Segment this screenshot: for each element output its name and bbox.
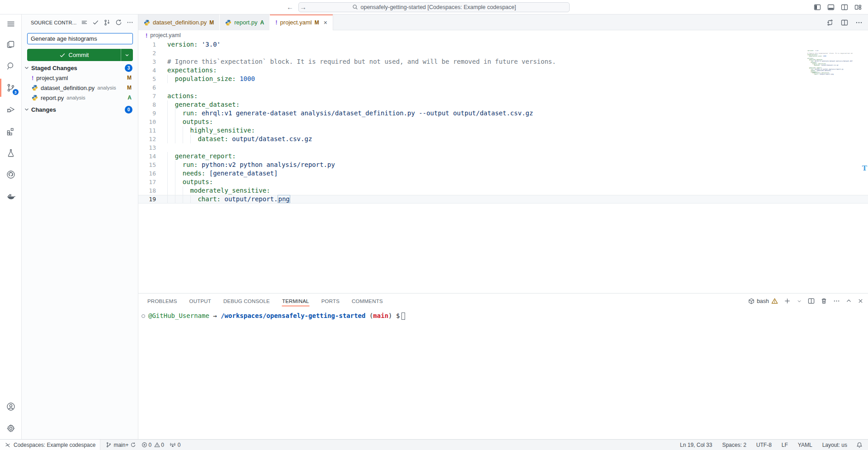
- explorer-icon[interactable]: [0, 33, 22, 55]
- editor-line[interactable]: 11 highly_sensitive:: [138, 126, 868, 135]
- branch-status-item[interactable]: main+: [103, 442, 139, 448]
- problems-status-item[interactable]: 0 0: [139, 442, 166, 448]
- split-editor-icon[interactable]: [841, 19, 848, 26]
- editor-more-actions-icon[interactable]: [855, 19, 863, 26]
- scm-section-label: Changes: [31, 106, 123, 113]
- split-terminal-icon[interactable]: [808, 298, 815, 304]
- editor-line[interactable]: 6: [138, 83, 868, 92]
- menu-icon[interactable]: [0, 14, 22, 33]
- tab-report.py[interactable]: report.pyA: [220, 14, 270, 30]
- view-sort-icon[interactable]: [81, 19, 88, 26]
- search-view-icon[interactable]: [0, 55, 22, 77]
- commit-dropdown-chevron[interactable]: [121, 49, 133, 61]
- more-actions-icon[interactable]: [127, 19, 133, 26]
- panel-tab-comments[interactable]: COMMENTS: [352, 294, 383, 308]
- create-branch-icon[interactable]: [104, 19, 111, 26]
- panel-tab-ports[interactable]: PORTS: [321, 294, 340, 308]
- source-control-view-icon[interactable]: 3: [0, 77, 22, 99]
- panel-more-actions-icon[interactable]: [833, 298, 840, 304]
- status-item[interactable]: YAML: [795, 442, 815, 448]
- code-editor[interactable]: 1version: '3.0'23# Ignore this`expectati…: [138, 40, 868, 293]
- testing-beaker-icon[interactable]: [0, 142, 22, 164]
- minimap[interactable]: version: '3.0' # Ignore this`expectation…: [807, 50, 853, 82]
- scm-section-header[interactable]: Changes0: [22, 104, 138, 114]
- editor-line[interactable]: 13: [138, 143, 868, 152]
- editor-line[interactable]: 1version: '3.0': [138, 40, 868, 49]
- maximize-panel-chevron-icon[interactable]: [846, 298, 852, 304]
- command-center[interactable]: opensafely-getting-started [Codespaces: …: [298, 2, 570, 12]
- accounts-icon[interactable]: [0, 396, 22, 417]
- terminal[interactable]: @GitHub_Username → /workspaces/opensafel…: [138, 308, 868, 439]
- panel-tab-problems[interactable]: PROBLEMS: [147, 294, 177, 308]
- python-file-icon: [32, 85, 38, 91]
- scm-file-row[interactable]: dataset_definition.pyanalysisM: [22, 83, 138, 93]
- status-item[interactable]: Layout: us: [820, 442, 850, 448]
- split-editor-right-icon[interactable]: [841, 4, 848, 11]
- nav-forward-icon[interactable]: →: [300, 3, 307, 11]
- close-tab-icon[interactable]: ×: [324, 19, 327, 26]
- commit-check-icon[interactable]: [92, 19, 99, 26]
- line-number: 4: [138, 66, 164, 75]
- settings-gear-icon[interactable]: [0, 417, 22, 439]
- editor-line[interactable]: 4expectations:: [138, 66, 868, 75]
- status-item[interactable]: UTF-8: [754, 442, 774, 448]
- shell-label[interactable]: bash: [748, 298, 778, 304]
- editor-line[interactable]: 15 run: python:v2 python analysis/report…: [138, 161, 868, 169]
- extensions-icon[interactable]: [0, 120, 22, 142]
- panel-tab-debug-console[interactable]: DEBUG CONSOLE: [223, 294, 270, 308]
- panel-tab-terminal[interactable]: TERMINAL: [282, 294, 309, 308]
- open-changes-icon[interactable]: [826, 19, 834, 26]
- docker-icon[interactable]: [0, 185, 22, 207]
- editor-line[interactable]: 10 outputs:: [138, 118, 868, 126]
- status-item[interactable]: Spaces: 2: [719, 442, 749, 448]
- sidebar-title: SOURCE CONTR...: [31, 20, 81, 25]
- scm-section-header[interactable]: Staged Changes3: [22, 63, 138, 73]
- breadcrumb-file[interactable]: project.yaml: [150, 32, 180, 38]
- toggle-panel-icon[interactable]: [827, 4, 835, 11]
- scm-file-row[interactable]: report.pyanalysisA: [22, 93, 138, 103]
- editor-line[interactable]: 5 population_size: 1000: [138, 75, 868, 83]
- kill-terminal-trash-icon[interactable]: [821, 298, 827, 304]
- refresh-icon[interactable]: [115, 19, 122, 26]
- status-item[interactable]: Ln 19, Col 33: [677, 442, 715, 448]
- branch-icon: [106, 442, 112, 448]
- editor-line[interactable]: 9 run: ehrql:v1 generate-dataset analysi…: [138, 109, 868, 118]
- warning-triangle-icon: [771, 298, 778, 304]
- terminal-dropdown-chevron[interactable]: [797, 298, 802, 304]
- status-item[interactable]: LF: [779, 442, 791, 448]
- customize-layout-icon[interactable]: [854, 4, 862, 11]
- github-icon[interactable]: [0, 164, 22, 185]
- editor-line[interactable]: 7actions:: [138, 92, 868, 100]
- close-panel-icon[interactable]: [858, 298, 863, 304]
- editor-line[interactable]: 18 moderately_sensitive:: [138, 186, 868, 195]
- tab-project.yaml[interactable]: !project.yamlM×: [270, 14, 333, 30]
- run-debug-icon[interactable]: [0, 99, 22, 120]
- line-number: 3: [138, 57, 164, 66]
- panel-tab-output[interactable]: OUTPUT: [189, 294, 211, 308]
- notifications-bell-icon[interactable]: [854, 442, 865, 448]
- new-terminal-icon[interactable]: [784, 298, 791, 304]
- editor-line[interactable]: 3# Ignore this`expectation` block. It is…: [138, 57, 868, 66]
- status-bar: Codespaces: Example codespace main+ 0 0 …: [0, 439, 868, 450]
- editor-line[interactable]: 16 needs: [generate_dataset]: [138, 169, 868, 178]
- line-number: 7: [138, 92, 164, 100]
- toggle-sidebar-icon[interactable]: [814, 4, 821, 11]
- command-decoration-icon[interactable]: [142, 314, 145, 318]
- nav-back-icon[interactable]: ←: [287, 3, 293, 11]
- editor-line[interactable]: 2: [138, 49, 868, 57]
- scm-file-row[interactable]: !project.yamlM: [22, 73, 138, 83]
- line-number: 19: [138, 195, 164, 204]
- editor-line[interactable]: 17 outputs:: [138, 178, 868, 186]
- tab-label: dataset_definition.py: [153, 19, 207, 26]
- remote-indicator[interactable]: Codespaces: Example codespace: [0, 440, 100, 450]
- commit-button[interactable]: Commit: [27, 49, 133, 61]
- editor-line[interactable]: 8 generate_dataset:: [138, 100, 868, 109]
- ports-status-item[interactable]: 0: [167, 442, 184, 448]
- line-number: 18: [138, 186, 164, 195]
- commit-message-input[interactable]: [27, 33, 133, 44]
- breadcrumb[interactable]: ! project.yaml: [138, 30, 868, 40]
- editor-line[interactable]: 19 chart: output/report.png: [138, 195, 868, 204]
- editor-line[interactable]: 14 generate_report:: [138, 152, 868, 161]
- tab-dataset_definition.py[interactable]: dataset_definition.pyM: [138, 14, 220, 30]
- editor-line[interactable]: 12 dataset: output/dataset.csv.gz: [138, 135, 868, 143]
